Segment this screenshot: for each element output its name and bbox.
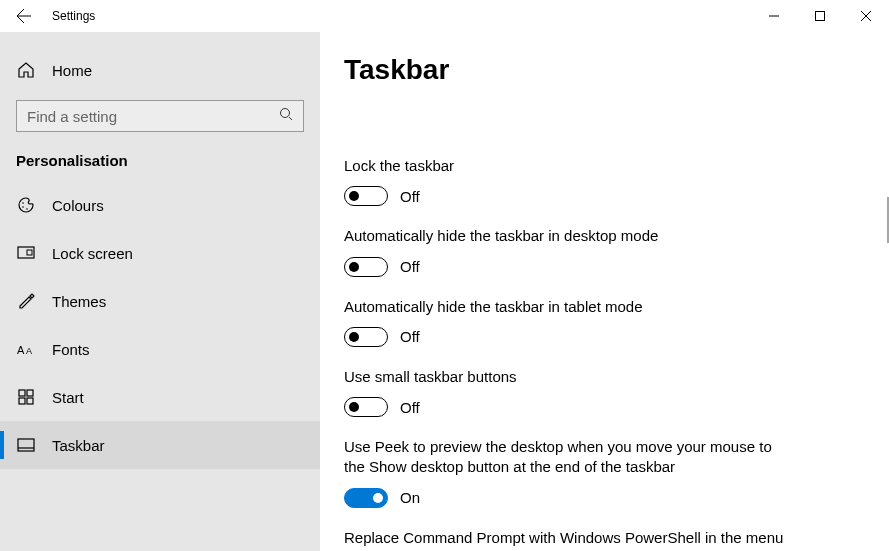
sidebar-home-label: Home bbox=[52, 62, 92, 79]
sidebar-item-label: Fonts bbox=[52, 341, 90, 358]
palette-icon bbox=[16, 196, 36, 214]
svg-rect-13 bbox=[18, 439, 34, 451]
home-icon bbox=[16, 61, 36, 79]
toggle-small-buttons[interactable] bbox=[344, 397, 388, 417]
setting-autohide-desktop: Automatically hide the taskbar in deskto… bbox=[344, 226, 865, 276]
setting-peek: Use Peek to preview the desktop when you… bbox=[344, 437, 865, 508]
toggle-state: Off bbox=[400, 328, 420, 345]
setting-label: Use Peek to preview the desktop when you… bbox=[344, 437, 784, 478]
toggle-autohide-desktop[interactable] bbox=[344, 257, 388, 277]
svg-rect-9 bbox=[19, 390, 25, 396]
search-box[interactable] bbox=[16, 100, 304, 132]
sidebar-home[interactable]: Home bbox=[0, 50, 320, 90]
toggle-state: Off bbox=[400, 188, 420, 205]
svg-text:A: A bbox=[26, 346, 32, 356]
sidebar-item-label: Start bbox=[52, 389, 84, 406]
toggle-lock-taskbar[interactable] bbox=[344, 186, 388, 206]
content-area: Taskbar Lock the taskbar Off Automatical… bbox=[320, 32, 889, 551]
setting-label: Use small taskbar buttons bbox=[344, 367, 784, 387]
svg-rect-6 bbox=[27, 250, 32, 255]
setting-label: Lock the taskbar bbox=[344, 156, 784, 176]
sidebar-item-start[interactable]: Start bbox=[0, 373, 320, 421]
toggle-peek[interactable] bbox=[344, 488, 388, 508]
search-icon bbox=[279, 107, 293, 125]
close-button[interactable] bbox=[843, 0, 889, 32]
setting-label: Automatically hide the taskbar in tablet… bbox=[344, 297, 784, 317]
toggle-autohide-tablet[interactable] bbox=[344, 327, 388, 347]
sidebar-item-colours[interactable]: Colours bbox=[0, 181, 320, 229]
toggle-knob bbox=[373, 493, 383, 503]
toggle-state: Off bbox=[400, 258, 420, 275]
setting-powershell: Replace Command Prompt with Windows Powe… bbox=[344, 528, 865, 552]
search-input[interactable] bbox=[27, 108, 279, 125]
taskbar-icon bbox=[16, 438, 36, 452]
toggle-knob bbox=[349, 191, 359, 201]
sidebar-item-label: Taskbar bbox=[52, 437, 105, 454]
setting-small-buttons: Use small taskbar buttons Off bbox=[344, 367, 865, 417]
sidebar-item-taskbar[interactable]: Taskbar bbox=[0, 421, 320, 469]
svg-point-4 bbox=[26, 208, 28, 210]
sidebar-item-fonts[interactable]: AA Fonts bbox=[0, 325, 320, 373]
page-title: Taskbar bbox=[344, 54, 865, 86]
setting-autohide-tablet: Automatically hide the taskbar in tablet… bbox=[344, 297, 865, 347]
window-controls bbox=[751, 0, 889, 32]
lock-screen-icon bbox=[16, 246, 36, 260]
svg-point-2 bbox=[22, 202, 24, 204]
minimize-button[interactable] bbox=[751, 0, 797, 32]
sidebar: Home Personalisation Colours Lock screen bbox=[0, 32, 320, 551]
maximize-button[interactable] bbox=[797, 0, 843, 32]
sidebar-item-label: Lock screen bbox=[52, 245, 133, 262]
svg-rect-11 bbox=[19, 398, 25, 404]
setting-lock-taskbar: Lock the taskbar Off bbox=[344, 156, 865, 206]
back-button[interactable] bbox=[0, 0, 48, 32]
back-arrow-icon bbox=[16, 8, 32, 24]
svg-point-3 bbox=[22, 206, 24, 208]
sidebar-category-header: Personalisation bbox=[0, 132, 320, 181]
toggle-knob bbox=[349, 332, 359, 342]
toggle-state: Off bbox=[400, 399, 420, 416]
toggle-knob bbox=[349, 402, 359, 412]
titlebar: Settings bbox=[0, 0, 889, 32]
setting-label: Replace Command Prompt with Windows Powe… bbox=[344, 528, 784, 552]
toggle-state: On bbox=[400, 489, 420, 506]
maximize-icon bbox=[815, 11, 825, 21]
sidebar-item-label: Themes bbox=[52, 293, 106, 310]
svg-rect-10 bbox=[27, 390, 33, 396]
svg-rect-0 bbox=[816, 12, 825, 21]
svg-rect-12 bbox=[27, 398, 33, 404]
svg-text:A: A bbox=[17, 344, 25, 356]
themes-icon bbox=[16, 292, 36, 310]
minimize-icon bbox=[769, 11, 779, 21]
window-title: Settings bbox=[52, 9, 95, 23]
sidebar-item-label: Colours bbox=[52, 197, 104, 214]
setting-label: Automatically hide the taskbar in deskto… bbox=[344, 226, 784, 246]
sidebar-item-themes[interactable]: Themes bbox=[0, 277, 320, 325]
toggle-knob bbox=[349, 262, 359, 272]
start-icon bbox=[16, 389, 36, 405]
close-icon bbox=[861, 11, 871, 21]
svg-point-1 bbox=[281, 109, 290, 118]
fonts-icon: AA bbox=[16, 342, 36, 356]
sidebar-item-lock-screen[interactable]: Lock screen bbox=[0, 229, 320, 277]
